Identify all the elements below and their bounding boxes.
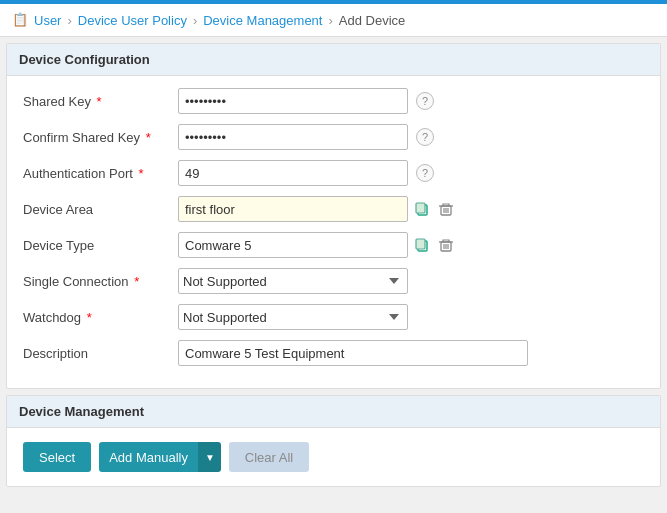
breadcrumb-add-device: Add Device bbox=[339, 13, 405, 28]
device-type-row: Device Type bbox=[23, 232, 644, 258]
device-management-title: Device Management bbox=[19, 404, 144, 419]
breadcrumb-icon: 📋 bbox=[12, 12, 28, 28]
device-type-input-group bbox=[178, 232, 456, 258]
select-button[interactable]: Select bbox=[23, 442, 91, 472]
device-type-input[interactable] bbox=[178, 232, 408, 258]
confirm-key-input-group: ? bbox=[178, 124, 434, 150]
device-area-input-group bbox=[178, 196, 456, 222]
device-management-body: Select Add Manually ▼ Clear All bbox=[7, 428, 660, 486]
device-type-copy-icon[interactable] bbox=[412, 235, 432, 255]
single-connection-select[interactable]: Not Supported Supported bbox=[178, 268, 408, 294]
watchdog-label: Watchdog * bbox=[23, 310, 178, 325]
add-manually-dropdown-arrow[interactable]: ▼ bbox=[198, 442, 221, 472]
device-type-delete-icon[interactable] bbox=[436, 235, 456, 255]
device-config-title: Device Configuration bbox=[19, 52, 150, 67]
breadcrumb-management[interactable]: Device Management bbox=[203, 13, 322, 28]
shared-key-row: Shared Key * ? bbox=[23, 88, 644, 114]
auth-port-input[interactable] bbox=[178, 160, 408, 186]
svg-rect-1 bbox=[416, 203, 425, 213]
auth-port-required: * bbox=[138, 166, 143, 181]
device-management-section: Device Management Select Add Manually ▼ … bbox=[6, 395, 661, 487]
confirm-key-row: Confirm Shared Key * ? bbox=[23, 124, 644, 150]
description-row: Description bbox=[23, 340, 644, 366]
device-type-label: Device Type bbox=[23, 238, 178, 253]
device-area-row: Device Area bbox=[23, 196, 644, 222]
shared-key-required: * bbox=[97, 94, 102, 109]
device-management-header: Device Management bbox=[7, 396, 660, 428]
add-manually-button[interactable]: Add Manually bbox=[99, 442, 198, 472]
description-label: Description bbox=[23, 346, 178, 361]
breadcrumb-user[interactable]: User bbox=[34, 13, 61, 28]
confirm-key-required: * bbox=[146, 130, 151, 145]
shared-key-help-icon[interactable]: ? bbox=[416, 92, 434, 110]
watchdog-required: * bbox=[87, 310, 92, 325]
single-connection-row: Single Connection * Not Supported Suppor… bbox=[23, 268, 644, 294]
confirm-key-help-icon[interactable]: ? bbox=[416, 128, 434, 146]
watchdog-select[interactable]: Not Supported Supported bbox=[178, 304, 408, 330]
svg-rect-8 bbox=[416, 239, 425, 249]
confirm-key-label: Confirm Shared Key * bbox=[23, 130, 178, 145]
add-manually-split-button: Add Manually ▼ bbox=[99, 442, 221, 472]
auth-port-label: Authentication Port * bbox=[23, 166, 178, 181]
watchdog-row: Watchdog * Not Supported Supported bbox=[23, 304, 644, 330]
breadcrumb-sep-1: › bbox=[67, 13, 71, 28]
breadcrumb-sep-2: › bbox=[193, 13, 197, 28]
auth-port-help-icon[interactable]: ? bbox=[416, 164, 434, 182]
shared-key-input-group: ? bbox=[178, 88, 434, 114]
auth-port-row: Authentication Port * ? bbox=[23, 160, 644, 186]
confirm-key-input[interactable] bbox=[178, 124, 408, 150]
auth-port-input-group: ? bbox=[178, 160, 434, 186]
device-area-input[interactable] bbox=[178, 196, 408, 222]
device-area-copy-icon[interactable] bbox=[412, 199, 432, 219]
device-config-body: Shared Key * ? Confirm Shared Key * ? Au… bbox=[7, 76, 660, 388]
breadcrumb-sep-3: › bbox=[328, 13, 332, 28]
description-input[interactable] bbox=[178, 340, 528, 366]
shared-key-input[interactable] bbox=[178, 88, 408, 114]
device-area-label: Device Area bbox=[23, 202, 178, 217]
single-connection-required: * bbox=[134, 274, 139, 289]
breadcrumb-policy[interactable]: Device User Policy bbox=[78, 13, 187, 28]
device-config-section: Device Configuration Shared Key * ? Conf… bbox=[6, 43, 661, 389]
device-area-delete-icon[interactable] bbox=[436, 199, 456, 219]
device-config-header: Device Configuration bbox=[7, 44, 660, 76]
breadcrumb: 📋 User › Device User Policy › Device Man… bbox=[0, 4, 667, 37]
shared-key-label: Shared Key * bbox=[23, 94, 178, 109]
clear-all-button[interactable]: Clear All bbox=[229, 442, 309, 472]
single-connection-label: Single Connection * bbox=[23, 274, 178, 289]
